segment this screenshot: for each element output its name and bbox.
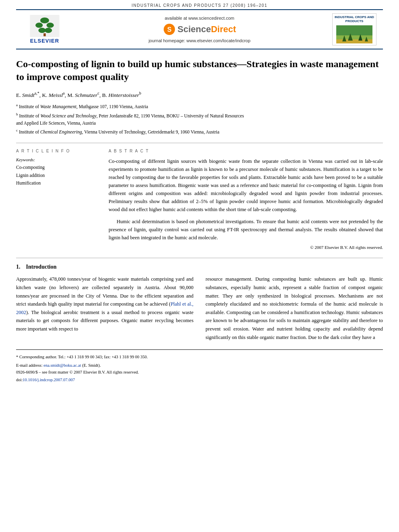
available-text: available at www.sciencedirect.com: [75, 16, 324, 21]
email-link[interactable]: ena.smidt@boku.ac.at: [43, 363, 81, 368]
keyword-cocomposting: Co-composting: [16, 164, 97, 172]
email-label: E-mail address:: [16, 363, 43, 368]
divider-after-affiliations: [16, 143, 383, 143]
introduction-header: 1. Introduction: [16, 264, 383, 270]
sciencedirect-icon: S: [163, 23, 176, 36]
elsevier-logo: ELSEVIER: [23, 15, 67, 44]
intro-body-two-col: Approximately, 478,000 tonnes/year of bi…: [16, 275, 383, 341]
doi-line: doi:10.1016/j.indcrop.2007.07.007: [16, 377, 383, 384]
affiliation-a: a Institute of Waste Management, Muthgas…: [16, 102, 383, 110]
affiliation-b: b Institute of Wood Science and Technolo…: [16, 111, 383, 127]
corresponding-text: * Corresponding author. Tel.: +43 1 318 …: [16, 355, 148, 359]
svg-text:S: S: [167, 26, 172, 33]
article-info-abstract-section: A R T I C L E I N F O Keywords: Co-compo…: [16, 149, 383, 250]
intro-col2-paragraph1: resource management. During composting h…: [206, 275, 383, 341]
journal-header-text: INDUSTRIAL CROPS AND PRODUCTS 27 (2008) …: [132, 3, 267, 8]
elsevier-tree-icon: [29, 15, 61, 37]
email-name: (E. Smidt).: [82, 363, 101, 368]
page-wrapper: INDUSTRIAL CROPS AND PRODUCTS 27 (2008) …: [0, 0, 399, 532]
affiliation-b-continued: and Applied: [16, 121, 39, 125]
svg-point-2: [35, 23, 43, 28]
keywords-label: Keywords:: [16, 157, 97, 162]
keyword-lignin: Lignin addition: [16, 172, 97, 180]
abstract-paragraph-1: Co-composting of different lignin source…: [109, 157, 383, 214]
svg-rect-6: [43, 33, 46, 36]
affiliation-c: c Institute of Chemical Engineering, Vie…: [16, 127, 383, 136]
svg-point-5: [45, 28, 52, 33]
keyword-humification: Humification: [16, 179, 97, 187]
journal-logo-image: [336, 25, 372, 43]
main-content: Co-composting of lignin to build up humi…: [0, 49, 399, 349]
email-line: E-mail address: ena.smidt@boku.ac.at (E.…: [16, 362, 383, 369]
corresponding-note: * Corresponding author. Tel.: +43 1 318 …: [16, 354, 383, 361]
article-info-label: A R T I C L E I N F O: [16, 149, 97, 153]
copyright-line: © 2007 Elsevier B.V. All rights reserved…: [109, 245, 383, 250]
abstract-column: A B S T R A C T Co-composting of differe…: [109, 149, 383, 250]
plahl-ref-link[interactable]: Plahl et al., 2002: [16, 301, 193, 315]
svg-point-3: [47, 23, 54, 28]
abstract-text: Co-composting of different lignin source…: [109, 157, 383, 242]
intro-col1-paragraph1: Approximately, 478,000 tonnes/year of bi…: [16, 275, 193, 333]
svg-point-1: [40, 17, 49, 23]
sciencedirect-logo: S ScienceDirect: [75, 23, 324, 36]
header-center: available at www.sciencedirect.com S Sci…: [67, 16, 332, 43]
authors-line: E. Smidta,*, K. Meissla, M. Schmutzerc, …: [16, 91, 383, 99]
sd-direct-text: Direct: [211, 24, 236, 34]
journal-logo-box: INDUSTRIAL CROPS AND PRODUCTS: [332, 13, 376, 45]
sd-science-text: Science: [177, 24, 211, 34]
header-section: ELSEVIER available at www.sciencedirect.…: [16, 9, 383, 49]
divider-before-introduction: [16, 258, 383, 258]
homepage-text: journal homepage: www.elsevier.com/locat…: [75, 38, 324, 43]
doi-link[interactable]: 10.1016/j.indcrop.2007.07.007: [23, 378, 75, 382]
journal-logo-label: INDUSTRIAL CROPS AND PRODUCTS: [334, 15, 374, 24]
abstract-paragraph-2: Humic acid determination is based on pho…: [109, 218, 383, 242]
intro-col-right: resource management. During composting h…: [206, 275, 383, 341]
journal-header-bar: INDUSTRIAL CROPS AND PRODUCTS 27 (2008) …: [0, 0, 399, 9]
article-info-column: A R T I C L E I N F O Keywords: Co-compo…: [16, 149, 97, 250]
intro-section-number: 1.: [16, 264, 21, 270]
affiliations: a Institute of Waste Management, Muthgas…: [16, 102, 383, 136]
intro-col-left: Approximately, 478,000 tonnes/year of bi…: [16, 275, 193, 341]
abstract-label: A B S T R A C T: [109, 149, 383, 153]
elsevier-label-text: ELSEVIER: [30, 38, 59, 44]
intro-section-title: Introduction: [26, 264, 57, 270]
article-title: Co-composting of lignin to build up humi…: [16, 58, 383, 84]
footer-section: * Corresponding author. Tel.: +43 1 318 …: [16, 349, 383, 383]
issn-line: 0926-6690/$ – see front matter © 2007 El…: [16, 369, 383, 376]
